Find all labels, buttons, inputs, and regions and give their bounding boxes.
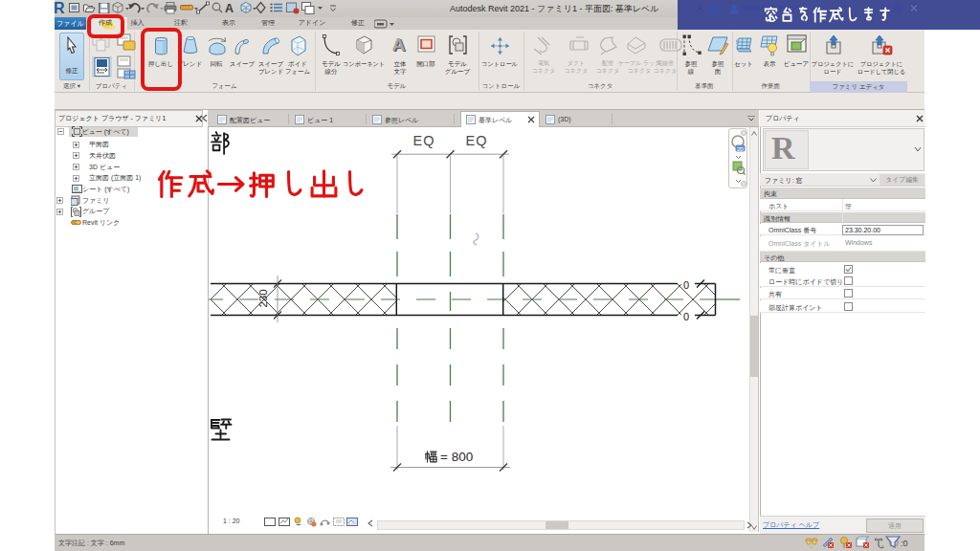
svg-text:0: 0 (683, 311, 689, 322)
svg-text:EQ: EQ (466, 133, 488, 148)
svg-text:A: A (392, 35, 406, 55)
svg-text:2D: 2D (737, 146, 744, 152)
svg-text:= 800: = 800 (440, 450, 473, 464)
svg-text:EQ: EQ (413, 133, 435, 148)
svg-text:230: 230 (257, 289, 269, 307)
svg-text:R: R (54, 0, 65, 16)
svg-text:A: A (225, 2, 234, 15)
svg-text:0: 0 (683, 279, 689, 291)
svg-text::0: :0 (901, 539, 908, 548)
